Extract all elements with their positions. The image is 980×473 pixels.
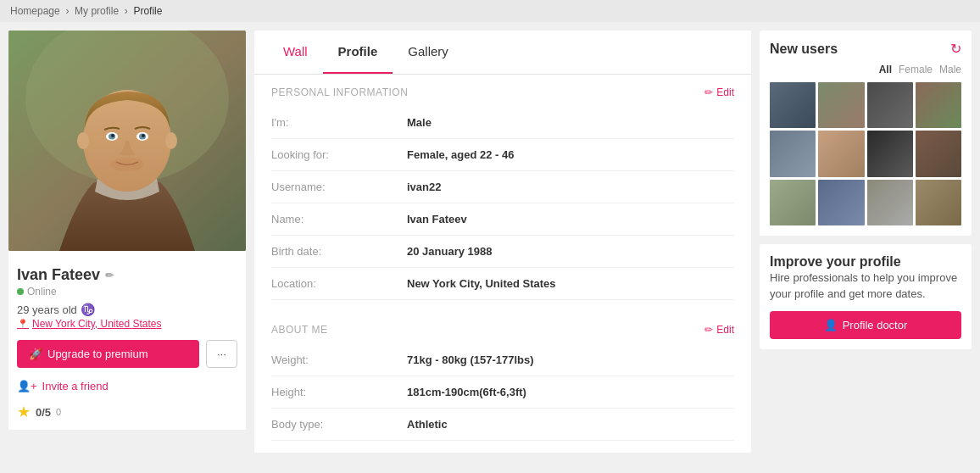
about-me-header: ABOUT ME ✏ Edit (271, 324, 734, 336)
field-value: Athletic (407, 418, 448, 431)
middle-panel: Wall Profile Gallery PERSONAL INFORMATIO… (254, 31, 751, 453)
breadcrumb-myprofile[interactable]: My profile (75, 5, 119, 17)
field-label: Name: (271, 213, 407, 225)
field-label: I'm: (271, 116, 407, 129)
svg-point-8 (111, 134, 114, 137)
refresh-icon[interactable]: ↻ (950, 41, 961, 57)
breadcrumb-current: Profile (133, 5, 162, 17)
rating-row: ★ 0/5 0 (17, 403, 237, 421)
action-buttons: 🚀 Upgrade to premium ··· (17, 340, 237, 368)
filter-male[interactable]: Male (939, 64, 961, 75)
user-thumb-4[interactable] (916, 82, 961, 128)
right-panel: New users ↻ All Female Male (760, 31, 972, 453)
location-link[interactable]: 📍 New York City, United States (17, 318, 237, 330)
table-row: Body type: Athletic (271, 409, 734, 441)
pencil-icon2: ✏ (704, 324, 713, 336)
user-thumb-7[interactable] (867, 131, 913, 176)
tab-gallery[interactable]: Gallery (393, 31, 464, 74)
field-value: Ivan Fateev (407, 213, 467, 225)
person-add-icon: 👤+ (17, 380, 37, 392)
profile-info-card: Ivan Fateev ✏ Online 29 years old ♑ 📍 Ne… (8, 251, 246, 430)
new-users-title: New users (770, 42, 838, 57)
field-value: 181cm-190cm(6ft-6,3ft) (407, 386, 526, 398)
rating-score: 0/5 (36, 406, 51, 419)
about-me-rows: Weight: 71kg - 80kg (157-177lbs) Height:… (271, 344, 734, 441)
table-row: Height: 181cm-190cm(6ft-6,3ft) (271, 376, 734, 409)
filter-female[interactable]: Female (899, 64, 933, 75)
field-value: 20 January 1988 (407, 245, 492, 258)
pencil-icon: ✏ (704, 86, 713, 98)
edit-name-icon[interactable]: ✏ (105, 270, 114, 281)
more-options-button[interactable]: ··· (206, 340, 237, 368)
about-me-title: ABOUT ME (271, 324, 327, 336)
rating-count: 0 (56, 407, 61, 417)
invite-friend-button[interactable]: 👤+ Invite a friend (17, 380, 237, 392)
improve-widget: Improve your profile Hire professionals … (760, 244, 972, 349)
field-value: Female, aged 22 - 46 (407, 148, 514, 161)
field-label: Username: (271, 181, 407, 193)
field-label: Body type: (271, 418, 407, 431)
tab-profile[interactable]: Profile (323, 31, 393, 74)
field-value: 71kg - 80kg (157-177lbs) (407, 353, 534, 366)
table-row: I'm: Male (271, 107, 734, 139)
user-thumb-1[interactable] (770, 82, 816, 128)
profile-name: Ivan Fateev ✏ (17, 266, 237, 284)
field-value: Male (407, 116, 432, 129)
location-pin-icon: 📍 (17, 319, 29, 330)
field-label: Weight: (271, 353, 407, 366)
table-row: Birth date: 20 January 1988 (271, 236, 734, 268)
user-thumb-3[interactable] (867, 82, 913, 128)
svg-point-9 (142, 134, 145, 137)
zodiac-sign: ♑ (81, 303, 95, 316)
online-dot (17, 288, 24, 295)
star-icon: ★ (17, 403, 31, 421)
user-thumb-10[interactable] (818, 180, 864, 225)
new-users-grid (770, 82, 961, 225)
improve-description: Hire professionals to help you improve y… (770, 270, 961, 303)
new-users-filters: All Female Male (770, 64, 961, 75)
personal-info-title: PERSONAL INFORMATION (271, 86, 408, 98)
breadcrumb-home[interactable]: Homepage (10, 5, 60, 17)
user-thumb-9[interactable] (770, 180, 816, 225)
upgrade-premium-button[interactable]: 🚀 Upgrade to premium (17, 340, 199, 368)
user-thumb-8[interactable] (916, 131, 961, 176)
field-label: Birth date: (271, 245, 407, 258)
rocket-icon: 🚀 (29, 348, 42, 360)
user-thumb-6[interactable] (818, 131, 864, 176)
field-value: ivan22 (407, 181, 441, 193)
doctor-icon: 👤 (824, 319, 838, 331)
table-row: Location: New York City, United States (271, 268, 734, 300)
field-value: New York City, United States (407, 277, 556, 290)
user-thumb-11[interactable] (867, 180, 913, 225)
about-me-section: ABOUT ME ✏ Edit Weight: 71kg - 80kg (157… (254, 312, 751, 453)
left-panel: Ivan Fateev ✏ Online 29 years old ♑ 📍 Ne… (8, 31, 246, 453)
about-me-edit-button[interactable]: ✏ Edit (704, 324, 734, 336)
personal-info-rows: I'm: Male Looking for: Female, aged 22 -… (271, 107, 734, 300)
svg-point-11 (165, 132, 177, 149)
filter-all[interactable]: All (879, 64, 892, 75)
user-thumb-12[interactable] (916, 180, 961, 225)
user-thumb-2[interactable] (818, 82, 864, 128)
new-users-widget: New users ↻ All Female Male (760, 31, 972, 236)
tab-wall[interactable]: Wall (268, 31, 323, 74)
svg-point-12 (110, 158, 144, 171)
table-row: Username: ivan22 (271, 171, 734, 203)
field-label: Location: (271, 277, 407, 290)
table-row: Looking for: Female, aged 22 - 46 (271, 139, 734, 171)
new-users-header: New users ↻ (770, 41, 961, 57)
svg-point-10 (77, 132, 89, 149)
field-label: Looking for: (271, 148, 407, 161)
breadcrumb: Homepage › My profile › Profile (0, 0, 980, 22)
user-thumb-5[interactable] (770, 131, 816, 176)
table-row: Weight: 71kg - 80kg (157-177lbs) (271, 344, 734, 376)
personal-info-section: PERSONAL INFORMATION ✏ Edit I'm: Male Lo… (254, 75, 751, 312)
tab-bar: Wall Profile Gallery (254, 31, 751, 75)
online-status: Online (17, 286, 237, 298)
age-zodiac: 29 years old ♑ (17, 303, 237, 316)
table-row: Name: Ivan Fateev (271, 203, 734, 236)
profile-doctor-button[interactable]: 👤 Profile doctor (770, 311, 961, 339)
profile-photo (8, 31, 246, 251)
personal-info-edit-button[interactable]: ✏ Edit (704, 86, 734, 98)
personal-info-header: PERSONAL INFORMATION ✏ Edit (271, 86, 734, 98)
field-label: Height: (271, 386, 407, 398)
